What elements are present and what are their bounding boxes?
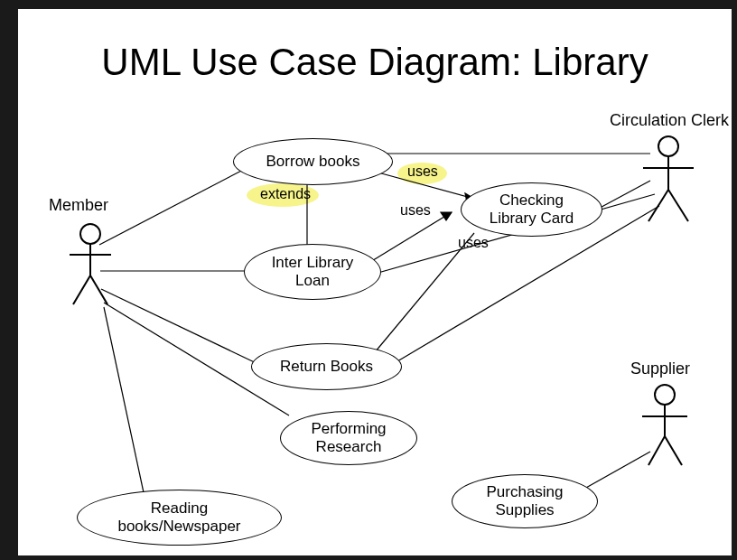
usecase-purchasing: Purchasing Supplies [452, 474, 598, 528]
svg-line-8 [370, 212, 452, 262]
svg-marker-9 [441, 212, 452, 220]
svg-line-24 [648, 190, 668, 221]
usecase-label: Reading books/Newspaper [117, 499, 240, 535]
usecase-label: Purchasing Supplies [486, 483, 563, 518]
rel-uses-label-3: uses [458, 235, 489, 251]
usecase-label: Borrow books [266, 153, 360, 171]
actor-member-label: Member [49, 196, 108, 215]
slide-frame: UML Use Case Diagram: Library [0, 0, 737, 560]
usecase-return-books: Return Books [251, 343, 402, 390]
usecase-label: Return Books [280, 358, 373, 376]
rel-uses-label-2: uses [400, 202, 431, 219]
svg-line-20 [90, 275, 107, 304]
usecase-borrow-books: Borrow books [233, 138, 393, 185]
actor-clerk-label: Circulation Clerk [610, 111, 729, 130]
svg-line-30 [665, 436, 682, 465]
svg-line-0 [99, 167, 248, 245]
actor-clerk-figure [641, 135, 695, 226]
svg-point-16 [80, 224, 100, 244]
usecase-performing-research: Performing Research [280, 411, 417, 465]
usecase-inter-library-loan: Inter Library Loan [244, 244, 381, 300]
slide: UML Use Case Diagram: Library [18, 9, 732, 555]
rel-uses-label-1: uses [407, 163, 438, 180]
usecase-checking-card: Checking Library Card [461, 182, 602, 237]
actor-member-figure [68, 223, 113, 309]
svg-line-2 [101, 289, 262, 366]
uml-diagram: Member Circulation Clerk [18, 9, 732, 555]
svg-point-26 [655, 385, 675, 405]
actor-supplier-figure [639, 384, 690, 470]
usecase-label: Checking Library Card [490, 191, 574, 227]
svg-line-4 [104, 307, 145, 497]
rel-extends-label: extends [260, 186, 311, 202]
svg-point-21 [658, 136, 678, 156]
usecase-reading: Reading books/Newspaper [77, 490, 282, 546]
actor-supplier-label: Supplier [630, 359, 690, 378]
svg-line-19 [73, 275, 90, 304]
usecase-label: Performing Research [311, 420, 386, 455]
usecase-label: Inter Library Loan [272, 254, 354, 289]
svg-line-29 [648, 436, 665, 465]
svg-line-25 [668, 190, 688, 221]
